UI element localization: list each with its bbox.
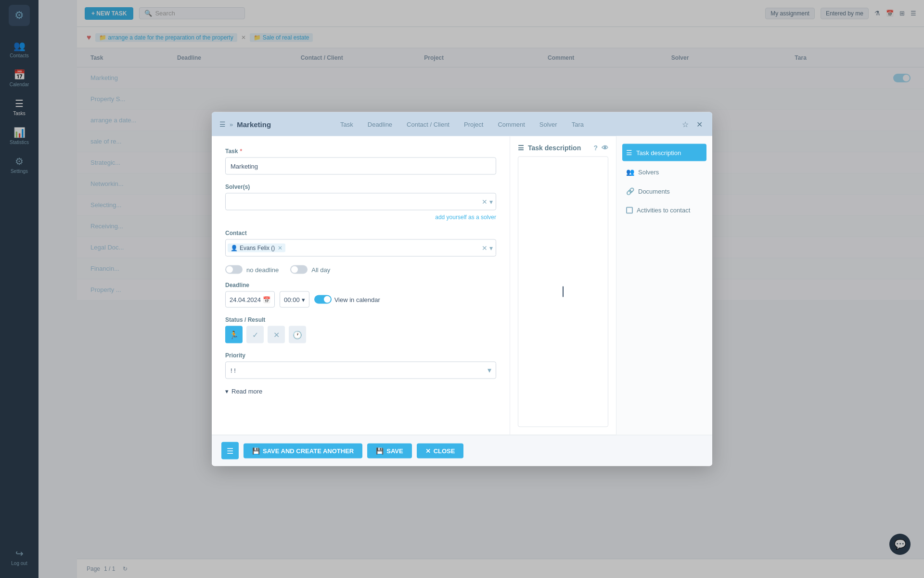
priority-label: Priority: [225, 352, 496, 359]
view-in-calendar-label[interactable]: View in calendar: [334, 296, 380, 303]
required-star: *: [240, 148, 242, 155]
time-dropdown-icon[interactable]: ▾: [302, 296, 305, 303]
solvers-input-wrapper[interactable]: ✕ ▾: [225, 193, 496, 210]
task-desc-nav-icon: ☰: [626, 149, 632, 157]
contact-dropdown-button[interactable]: ▾: [489, 244, 493, 252]
modal-close-button[interactable]: ✕: [694, 118, 705, 131]
nav-item-activities[interactable]: Activities to contact: [622, 202, 706, 219]
nav-label-documents: Documents: [638, 187, 670, 195]
documents-nav-icon: 🔗: [626, 187, 634, 195]
toggles-row: no deadline All day: [225, 265, 496, 274]
all-day-label: All day: [311, 266, 330, 273]
deadline-row: 24.04.2024 📅 00:00 ▾ View in calendar: [225, 291, 496, 308]
priority-field-group: Priority ! ! ! ! ! !: [225, 352, 496, 379]
nav-item-solvers[interactable]: 👥 Solvers: [622, 163, 706, 181]
status-clock-button[interactable]: 🕐: [289, 326, 306, 343]
time-input[interactable]: 00:00 ▾: [280, 291, 309, 308]
contact-icon: 👤: [231, 245, 238, 251]
modal-star-button[interactable]: ☆: [680, 118, 691, 131]
priority-select[interactable]: ! ! ! ! ! !: [225, 362, 496, 379]
calendar-view-toggle[interactable]: [314, 295, 332, 304]
status-check-button[interactable]: ✓: [246, 326, 264, 343]
task-description-editor[interactable]: [518, 157, 608, 427]
no-deadline-toggle-group: no deadline: [225, 265, 279, 274]
status-active-button[interactable]: 🏃: [225, 326, 243, 343]
contact-tag: 👤 Evans Felix () ✕: [228, 244, 285, 252]
contact-field-group: Contact 👤 Evans Felix () ✕ ✕ ▾: [225, 230, 496, 257]
save-and-create-button[interactable]: 💾 SAVE AND CREATE ANOTHER: [244, 443, 362, 458]
task-field-group: Task *: [225, 148, 496, 175]
task-modal: ☰ » Marketing Task Deadline Contact / Cl…: [212, 112, 712, 466]
contact-input-wrapper[interactable]: 👤 Evans Felix () ✕ ✕ ▾: [225, 239, 496, 257]
nav-item-documents[interactable]: 🔗 Documents: [622, 183, 706, 200]
task-desc-icon: ☰: [518, 144, 524, 152]
nav-label-task-description: Task description: [636, 149, 681, 156]
contact-clear-button[interactable]: ✕: [482, 244, 488, 252]
modal-breadcrumb-arrow: »: [230, 120, 233, 128]
activities-checkbox-icon: [626, 207, 633, 213]
contact-remove-button[interactable]: ✕: [278, 245, 282, 251]
time-value: 00:00: [284, 296, 300, 303]
eye-icon[interactable]: 👁: [602, 144, 608, 152]
modal-body: Task * Solver(s) ✕ ▾ add yourself as a s…: [212, 136, 712, 435]
status-cancel-button[interactable]: ✕: [268, 326, 285, 343]
priority-select-wrapper: ! ! ! ! ! !: [225, 362, 496, 379]
footer-menu-button[interactable]: ☰: [221, 442, 239, 460]
solvers-label: Solver(s): [225, 184, 496, 190]
nav-item-task-description[interactable]: ☰ Task description: [622, 144, 706, 161]
save-create-icon: 💾: [252, 447, 260, 454]
editor-cursor: [563, 287, 564, 297]
task-input[interactable]: [225, 158, 496, 175]
date-value: 24.04.2024: [230, 296, 261, 303]
task-description-title: Task description: [528, 144, 581, 152]
view-in-calendar-wrapper: View in calendar: [314, 295, 380, 304]
contact-value: Evans Felix (): [240, 245, 275, 251]
task-desc-actions: ? 👁: [593, 144, 608, 152]
deadline-field-group: Deadline 24.04.2024 📅 00:00 ▾ View in ca…: [225, 282, 496, 308]
save-icon: 💾: [376, 447, 384, 454]
tab-contact[interactable]: Contact / Client: [407, 120, 449, 128]
close-button[interactable]: ✕ CLOSE: [417, 443, 464, 458]
deadline-label: Deadline: [225, 282, 496, 289]
date-input[interactable]: 24.04.2024 📅: [225, 291, 275, 308]
all-day-toggle[interactable]: [290, 265, 308, 274]
tab-tara[interactable]: Tara: [572, 120, 584, 128]
tab-project[interactable]: Project: [464, 120, 483, 128]
chevron-down-icon: ▾: [225, 388, 229, 395]
tab-comment[interactable]: Comment: [498, 120, 525, 128]
read-more-row[interactable]: ▾ Read more: [225, 388, 496, 395]
modal-header: ☰ » Marketing Task Deadline Contact / Cl…: [212, 112, 712, 136]
no-deadline-label: no deadline: [246, 266, 279, 273]
modal-header-icon: ☰: [219, 120, 226, 128]
solvers-input[interactable]: [228, 198, 480, 205]
read-more-label: Read more: [231, 388, 262, 395]
task-field-label: Task *: [225, 148, 496, 155]
status-row: 🏃 ✓ ✕ 🕐: [225, 326, 496, 343]
all-day-toggle-group: All day: [290, 265, 330, 274]
task-description-header: ☰ Task description ? 👁: [518, 144, 608, 152]
close-icon: ✕: [425, 447, 431, 454]
modal-header-actions: ☆ ✕: [680, 118, 705, 131]
no-deadline-toggle[interactable]: [225, 265, 243, 274]
tab-task[interactable]: Task: [340, 120, 353, 128]
status-field-group: Status / Result 🏃 ✓ ✕ 🕐: [225, 316, 496, 343]
modal-header-tabs: Task Deadline Contact / Client Project C…: [340, 120, 584, 128]
tab-solver[interactable]: Solver: [539, 120, 557, 128]
solvers-clear-button[interactable]: ✕: [482, 198, 488, 206]
solvers-nav-icon: 👥: [626, 168, 634, 176]
modal-left-panel: Task * Solver(s) ✕ ▾ add yourself as a s…: [212, 136, 510, 435]
status-label: Status / Result: [225, 316, 496, 323]
add-solver-link-wrapper: add yourself as a solver: [225, 212, 496, 221]
solvers-dropdown-button[interactable]: ▾: [489, 198, 493, 206]
modal-footer: ☰ 💾 SAVE AND CREATE ANOTHER 💾 SAVE ✕ CLO…: [212, 435, 712, 466]
save-create-label: SAVE AND CREATE ANOTHER: [263, 447, 354, 454]
contact-label: Contact: [225, 230, 496, 236]
solvers-field-group: Solver(s) ✕ ▾ add yourself as a solver: [225, 184, 496, 221]
save-button[interactable]: 💾 SAVE: [367, 443, 411, 458]
add-solver-link[interactable]: add yourself as a solver: [435, 214, 496, 221]
help-icon[interactable]: ?: [593, 144, 598, 152]
save-label: SAVE: [386, 447, 403, 454]
tab-deadline[interactable]: Deadline: [368, 120, 392, 128]
calendar-picker-icon[interactable]: 📅: [263, 296, 270, 303]
modal-right-panel: ☰ Task description 👥 Solvers 🔗 Documents…: [616, 136, 712, 435]
